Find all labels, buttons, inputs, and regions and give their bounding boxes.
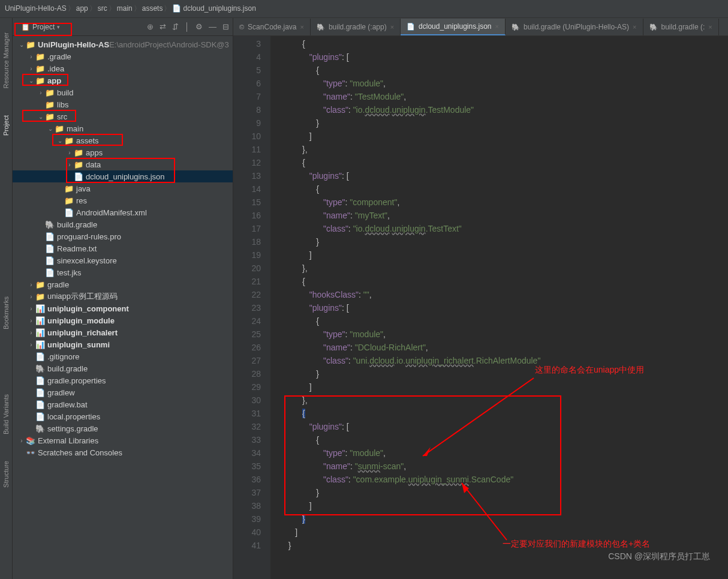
code-line[interactable]: ] bbox=[281, 499, 728, 512]
tree-item[interactable]: ⌄ 📁 app bbox=[13, 74, 233, 86]
code-line[interactable]: "name": "DCloud-RichAlert", bbox=[281, 341, 728, 354]
tree-item[interactable]: › 📚 External Libraries bbox=[13, 434, 233, 446]
code-line[interactable]: { bbox=[281, 275, 728, 288]
tree-arrow[interactable]: › bbox=[65, 149, 74, 156]
code-line[interactable]: "plugins": [ bbox=[281, 169, 728, 182]
tree-item[interactable]: 🐘 settings.gradle bbox=[13, 422, 233, 434]
code-line[interactable]: "type": "module", bbox=[281, 328, 728, 341]
code-line[interactable]: { bbox=[281, 433, 728, 446]
tree-item[interactable]: 📄 sinexcel.keystore bbox=[13, 254, 233, 266]
breadcrumb-item[interactable]: UniPlugin-Hello-AS bbox=[5, 4, 67, 13]
editor-tab[interactable]: 🐘 build.gradle (: × bbox=[643, 19, 719, 35]
code-line[interactable]: ] bbox=[281, 248, 728, 262]
toolbar-icon[interactable]: ⊕ bbox=[147, 22, 154, 31]
tree-arrow[interactable]: › bbox=[27, 317, 35, 324]
editor-tab[interactable]: 🐘 build.gradle (UniPlugin-Hello-AS) × bbox=[506, 19, 643, 35]
tree-arrow[interactable]: ⌄ bbox=[27, 77, 35, 84]
tree-arrow[interactable]: › bbox=[37, 89, 45, 96]
toolbar-icon[interactable]: ⇵ bbox=[172, 22, 179, 31]
tree-arrow[interactable]: ⌄ bbox=[46, 125, 55, 132]
code-content[interactable]: { "plugins": [ { "type": "module", "name… bbox=[270, 36, 728, 579]
toolbar-icon[interactable]: ⚙ bbox=[195, 22, 203, 31]
breadcrumb-item[interactable]: main bbox=[117, 4, 133, 13]
tree-item[interactable]: 📄 local.properties bbox=[13, 410, 233, 422]
tree-arrow[interactable]: › bbox=[27, 305, 35, 312]
tree-item[interactable]: ⌄ 📁 main bbox=[13, 122, 233, 134]
tree-item[interactable]: › 📁 apps bbox=[13, 146, 233, 158]
tree-item[interactable]: › 📊 uniplugin_component bbox=[13, 302, 233, 314]
tree-item[interactable]: 📄 gradlew bbox=[13, 386, 233, 398]
code-line[interactable]: { bbox=[281, 37, 728, 50]
rail-resource-manager[interactable]: Resource Manager bbox=[2, 30, 10, 91]
tree-item[interactable]: › 📊 uniplugin_module bbox=[13, 314, 233, 326]
tab-close-icon[interactable]: × bbox=[390, 23, 394, 31]
rail-build-variants[interactable]: Build Variants bbox=[2, 392, 10, 437]
toolbar-icon[interactable]: ⊟ bbox=[222, 22, 229, 31]
project-tree[interactable]: ⌄ 📁 UniPlugin-Hello-AS E:\androidProject… bbox=[13, 36, 233, 579]
tab-close-icon[interactable]: × bbox=[633, 23, 636, 31]
rail-bookmarks[interactable]: Bookmarks bbox=[2, 294, 10, 332]
tree-item[interactable]: 📄 Readme.txt bbox=[13, 242, 233, 254]
code-line[interactable]: "class": "io.dcloud.uniplugin.TestText" bbox=[281, 222, 728, 235]
tree-item[interactable]: 📁 libs bbox=[13, 98, 233, 110]
tree-item[interactable]: 📄 .gitignore bbox=[13, 350, 233, 362]
tree-item[interactable]: ⌄ 📁 assets bbox=[13, 134, 233, 146]
tree-item[interactable]: 📄 gradlew.bat bbox=[13, 398, 233, 410]
code-line[interactable]: "class": "io.dcloud.uniplugin.TestModule… bbox=[281, 103, 728, 116]
tree-arrow[interactable]: › bbox=[27, 65, 35, 72]
code-line[interactable]: } bbox=[281, 235, 728, 248]
code-line[interactable]: "name": "TestModule", bbox=[281, 90, 728, 103]
rail-structure[interactable]: Structure bbox=[2, 458, 10, 490]
code-line[interactable]: } bbox=[281, 367, 728, 380]
code-line[interactable]: ] bbox=[281, 380, 728, 394]
code-line[interactable]: "type": "component", bbox=[281, 196, 728, 209]
tree-item[interactable]: 📁 java bbox=[13, 182, 233, 194]
code-line[interactable]: { bbox=[281, 64, 728, 77]
tree-item[interactable]: › 📁 data bbox=[13, 158, 233, 170]
tab-close-icon[interactable]: × bbox=[708, 23, 712, 31]
tree-arrow[interactable]: › bbox=[27, 329, 35, 336]
tree-arrow[interactable]: › bbox=[27, 281, 35, 288]
code-line[interactable]: { bbox=[281, 182, 728, 196]
tree-item[interactable]: 📄 proguard-rules.pro bbox=[13, 230, 233, 242]
tree-arrow[interactable]: ⌄ bbox=[17, 41, 26, 48]
breadcrumb-item[interactable]: app bbox=[76, 4, 88, 13]
editor-tab[interactable]: 📄 dcloud_uniplugins.json × bbox=[401, 19, 506, 35]
tree-arrow[interactable]: ⌄ bbox=[37, 113, 45, 120]
code-line[interactable]: "name": "sunmi-scan", bbox=[281, 460, 728, 473]
tree-item[interactable]: › 📁 uniapp示例工程源码 bbox=[13, 290, 233, 302]
tree-item[interactable]: › 📁 .gradle bbox=[13, 50, 233, 62]
code-line[interactable]: } bbox=[281, 116, 728, 130]
breadcrumb-item[interactable]: src bbox=[98, 4, 107, 13]
code-line[interactable]: }, bbox=[281, 262, 728, 275]
code-line[interactable]: "plugins": [ bbox=[281, 420, 728, 433]
code-line[interactable]: "type": "module", bbox=[281, 446, 728, 460]
code-line[interactable]: "class": "com.example.uniplugin_sunmi.Sc… bbox=[281, 473, 728, 486]
tree-arrow[interactable]: › bbox=[17, 437, 26, 444]
code-line[interactable]: { bbox=[281, 156, 728, 169]
tree-item[interactable]: 📄 test.jks bbox=[13, 266, 233, 278]
rail-project[interactable]: Project bbox=[2, 113, 10, 138]
tree-item[interactable]: › 📁 .idea bbox=[13, 62, 233, 74]
code-line[interactable]: "plugins": [ bbox=[281, 50, 728, 64]
tree-item[interactable]: › 📊 uniplugin_richalert bbox=[13, 326, 233, 338]
toolbar-icon[interactable]: ⇄ bbox=[160, 22, 166, 31]
tree-arrow[interactable]: › bbox=[65, 161, 74, 168]
code-area[interactable]: 3456789101112131415161718192021222324252… bbox=[233, 36, 728, 579]
tree-item[interactable]: 📄 AndroidManifest.xml bbox=[13, 206, 233, 218]
tree-item[interactable]: ⌄ 📁 UniPlugin-Hello-AS E:\androidProject… bbox=[13, 38, 233, 50]
tree-item[interactable]: 🐘 build.gradle bbox=[13, 218, 233, 230]
code-line[interactable]: "class": "uni.dcloud.io.uniplugin_richal… bbox=[281, 354, 728, 367]
tree-item[interactable]: 👓 Scratches and Consoles bbox=[13, 446, 233, 458]
editor-tab[interactable]: © ScanCode.java × bbox=[233, 19, 311, 35]
breadcrumb-item[interactable]: assets bbox=[142, 4, 163, 13]
project-selector[interactable]: 📋 Project ▾ bbox=[16, 22, 65, 32]
tree-item[interactable]: › 📁 build bbox=[13, 86, 233, 98]
tree-arrow[interactable]: ⌄ bbox=[56, 137, 64, 144]
tree-arrow[interactable]: › bbox=[27, 341, 35, 348]
tree-item[interactable]: 🐘 build.gradle bbox=[13, 362, 233, 374]
code-line[interactable]: } bbox=[281, 486, 728, 499]
code-line[interactable]: { bbox=[281, 314, 728, 328]
breadcrumb-item[interactable]: 📄dcloud_uniplugins.json bbox=[172, 4, 255, 13]
code-line[interactable]: { bbox=[281, 407, 728, 420]
